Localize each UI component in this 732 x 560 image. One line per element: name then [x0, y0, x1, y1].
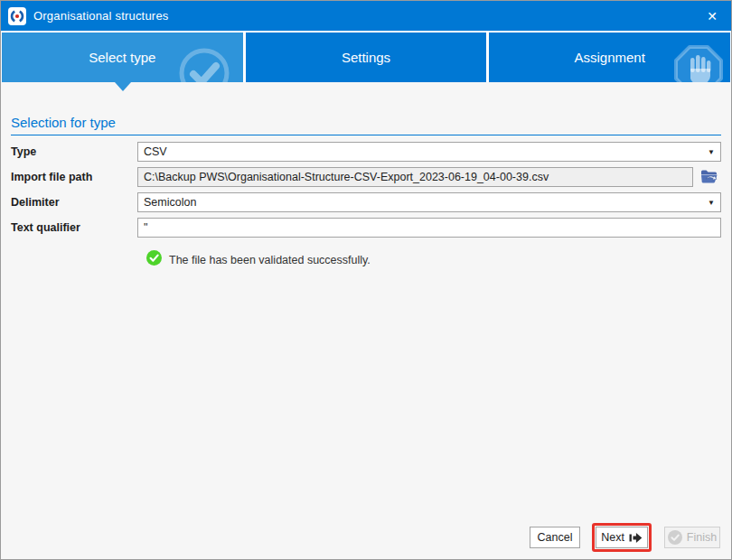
type-dropdown-value: CSV — [144, 145, 167, 158]
stop-hand-icon — [672, 43, 725, 82]
tab-assignment[interactable]: Assignment — [489, 33, 730, 82]
text-qualifier-input[interactable] — [137, 218, 721, 238]
app-logo-icon — [8, 7, 26, 25]
delimiter-label: Delimiter — [11, 196, 137, 209]
titlebar: Organisational structures ✕ — [1, 1, 731, 31]
form-row-import-file-path: Import file path C:\Backup PWS\Organisat… — [11, 167, 721, 187]
window-title: Organisational structures — [33, 9, 169, 23]
success-check-icon — [146, 250, 162, 269]
tab-select-type-label: Select type — [89, 50, 155, 65]
form-row-text-qualifier: Text qualifier — [11, 218, 721, 238]
tab-select-type[interactable]: Select type — [2, 33, 243, 82]
active-tab-pointer — [115, 82, 131, 91]
finish-check-icon — [668, 530, 682, 545]
chevron-down-icon: ▼ — [708, 148, 715, 156]
delimiter-dropdown[interactable]: Semicolon ▼ — [137, 192, 721, 212]
tab-assignment-label: Assignment — [574, 50, 644, 65]
import-file-path-field[interactable]: C:\Backup PWS\Organisational-Structure-C… — [137, 167, 693, 187]
step-forward-icon — [629, 532, 643, 544]
organisational-structures-dialog: Organisational structures ✕ Select type … — [0, 0, 732, 560]
next-button-label: Next — [601, 531, 624, 544]
wizard-page-select-type: Selection for type Type CSV ▼ Import fil… — [1, 115, 731, 269]
browse-file-button[interactable] — [698, 167, 721, 187]
check-circle-icon — [178, 47, 230, 82]
tab-settings-label: Settings — [342, 50, 390, 65]
form-row-type: Type CSV ▼ — [11, 142, 721, 162]
chevron-down-icon: ▼ — [708, 199, 715, 207]
annotation-highlight: Next — [592, 523, 652, 552]
type-dropdown[interactable]: CSV ▼ — [137, 142, 721, 162]
text-qualifier-label: Text qualifier — [11, 221, 137, 234]
wizard-tabbar: Select type Settings Assignment — [1, 31, 731, 82]
type-label: Type — [11, 145, 137, 158]
next-button[interactable]: Next — [596, 527, 648, 548]
close-icon[interactable]: ✕ — [693, 1, 731, 31]
finish-button-label: Finish — [687, 531, 717, 544]
open-folder-icon — [700, 169, 718, 186]
cancel-button[interactable]: Cancel — [530, 527, 580, 548]
section-heading: Selection for type — [11, 115, 721, 135]
validation-message: The file has been validated successfully… — [169, 254, 371, 266]
delimiter-dropdown-value: Semicolon — [144, 196, 196, 209]
import-file-path-label: Import file path — [11, 171, 137, 183]
validation-message-row: The file has been validated successfully… — [146, 250, 721, 269]
form-row-delimiter: Delimiter Semicolon ▼ — [11, 192, 721, 212]
tab-settings[interactable]: Settings — [246, 33, 487, 82]
finish-button[interactable]: Finish — [664, 527, 720, 548]
dialog-footer: Cancel Next Finish — [530, 523, 720, 552]
select-type-form: Type CSV ▼ Import file path C:\Backup PW… — [11, 142, 721, 269]
